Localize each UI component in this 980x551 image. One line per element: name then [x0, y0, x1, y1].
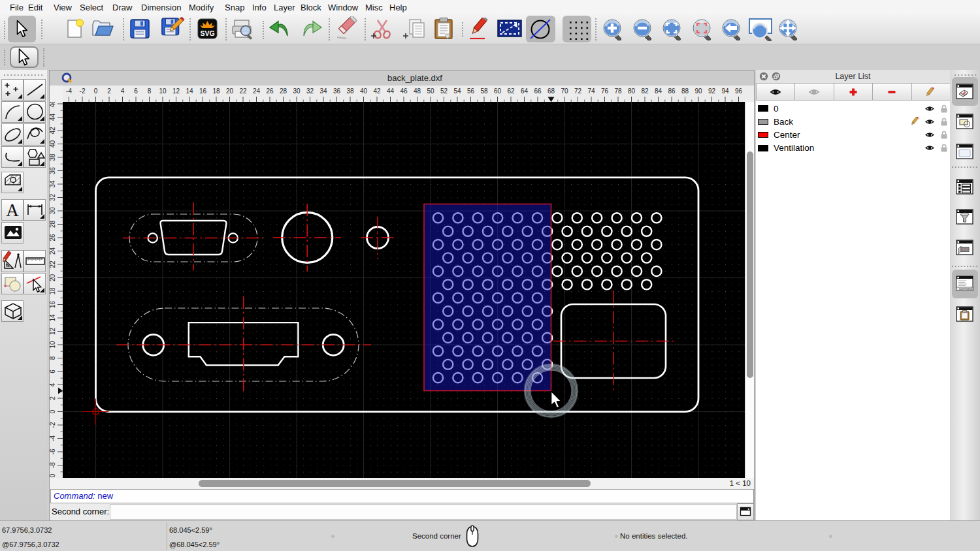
- svg-text:22: 22: [50, 260, 56, 268]
- svg-text:18: 18: [50, 287, 56, 295]
- svg-text:10: 10: [159, 87, 167, 95]
- svg-text:2: 2: [50, 396, 56, 400]
- svg-text:92: 92: [708, 87, 716, 95]
- svg-text:42: 42: [373, 87, 381, 95]
- svg-text:12: 12: [50, 328, 56, 336]
- svg-text:48: 48: [414, 87, 421, 95]
- svg-text:62: 62: [507, 87, 515, 95]
- svg-text:-8: -8: [50, 462, 56, 468]
- svg-text:4: 4: [50, 383, 56, 386]
- svg-text:66: 66: [534, 87, 542, 95]
- svg-text:36: 36: [50, 167, 56, 175]
- svg-text:38: 38: [346, 87, 354, 95]
- svg-text:80: 80: [628, 87, 636, 95]
- svg-text:16: 16: [50, 301, 56, 309]
- svg-text:-4: -4: [66, 87, 72, 95]
- svg-text:26: 26: [266, 87, 274, 95]
- svg-text:34: 34: [50, 180, 56, 188]
- svg-text:42: 42: [50, 127, 56, 134]
- svg-text:40: 40: [50, 140, 56, 148]
- svg-text:6: 6: [50, 370, 56, 373]
- svg-text:56: 56: [467, 87, 475, 95]
- svg-text:8: 8: [50, 356, 56, 360]
- svg-text:40: 40: [360, 87, 368, 95]
- svg-text:54: 54: [453, 87, 461, 95]
- svg-text:84: 84: [655, 87, 662, 95]
- svg-text:32: 32: [306, 87, 314, 95]
- svg-text:70: 70: [561, 87, 568, 95]
- svg-text:16: 16: [199, 87, 207, 95]
- svg-text:60: 60: [494, 87, 502, 95]
- svg-text:SVG: SVG: [200, 29, 214, 37]
- svg-text:-10: -10: [50, 473, 56, 478]
- svg-text:44: 44: [50, 114, 56, 121]
- svg-text:26: 26: [50, 234, 56, 242]
- svg-text:24: 24: [50, 247, 56, 255]
- svg-text:36: 36: [333, 87, 341, 95]
- svg-text:-4: -4: [50, 435, 56, 441]
- svg-text:64: 64: [521, 87, 529, 95]
- svg-text:46: 46: [50, 102, 56, 108]
- svg-text:24: 24: [253, 87, 261, 95]
- svg-text:20: 20: [226, 87, 234, 95]
- svg-text:14: 14: [186, 87, 193, 95]
- svg-text:-2: -2: [50, 422, 56, 428]
- svg-text:74: 74: [587, 87, 595, 95]
- svg-text:30: 30: [293, 87, 301, 95]
- svg-text:28: 28: [50, 221, 56, 228]
- svg-text:6: 6: [134, 87, 138, 95]
- svg-text:82: 82: [641, 87, 649, 95]
- svg-text:86: 86: [668, 87, 676, 95]
- svg-text:94: 94: [721, 87, 729, 95]
- svg-text:76: 76: [601, 87, 609, 95]
- svg-text:18: 18: [212, 87, 220, 95]
- svg-text:34: 34: [319, 87, 327, 95]
- svg-text:22: 22: [239, 87, 247, 95]
- svg-text:52: 52: [440, 87, 448, 95]
- svg-text:50: 50: [427, 87, 434, 95]
- svg-text:0: 0: [50, 409, 56, 413]
- svg-text:8: 8: [148, 87, 152, 95]
- svg-text:12: 12: [172, 87, 180, 95]
- svg-text:14: 14: [50, 314, 56, 322]
- svg-text:command: command: [959, 287, 972, 291]
- svg-text:90: 90: [694, 87, 702, 95]
- svg-text:28: 28: [280, 87, 287, 95]
- svg-text:44: 44: [387, 87, 395, 95]
- svg-text:38: 38: [50, 153, 56, 161]
- svg-text:72: 72: [574, 87, 582, 95]
- svg-text:0: 0: [94, 87, 98, 95]
- svg-text:88: 88: [681, 87, 689, 95]
- svg-text:A: A: [6, 200, 19, 220]
- svg-text:68: 68: [547, 87, 555, 95]
- svg-text:10: 10: [50, 341, 56, 349]
- svg-text:20: 20: [50, 274, 56, 282]
- svg-text:4: 4: [121, 87, 125, 95]
- svg-text:30: 30: [50, 207, 56, 215]
- svg-text:-6: -6: [50, 449, 56, 454]
- svg-text:46: 46: [400, 87, 408, 95]
- svg-text:58: 58: [480, 87, 488, 95]
- svg-text:32: 32: [50, 194, 56, 202]
- svg-text:-2: -2: [80, 87, 86, 95]
- svg-text:96: 96: [735, 87, 743, 95]
- svg-text:78: 78: [614, 87, 622, 95]
- svg-text:2: 2: [107, 87, 111, 95]
